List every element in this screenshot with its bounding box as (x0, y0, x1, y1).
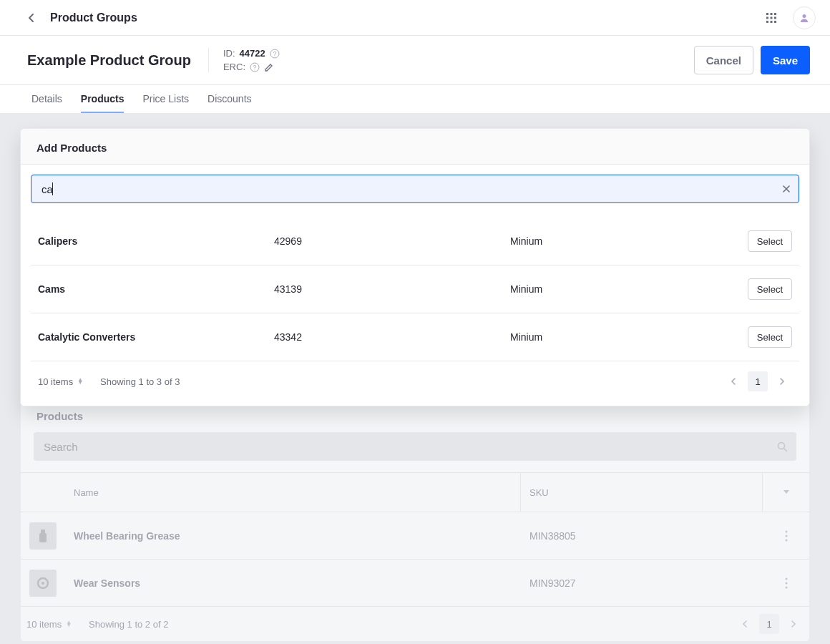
select-button[interactable]: Select (748, 230, 792, 252)
svg-rect-0 (766, 13, 768, 15)
svg-text:?: ? (273, 50, 276, 57)
select-button[interactable]: Select (748, 326, 792, 348)
svg-rect-4 (771, 16, 773, 19)
erc-label: ERC: (223, 62, 245, 72)
products-search[interactable] (34, 432, 796, 461)
product-sku: MIN93027 (520, 577, 762, 589)
column-sort-icon[interactable] (762, 473, 809, 512)
result-id: 43139 (274, 283, 510, 295)
product-sku: MIN38805 (520, 530, 762, 542)
result-name: Cams (38, 283, 274, 295)
result-catalog: Minium (510, 283, 735, 295)
search-result-row: Cams 43139 Minium Select (31, 265, 799, 313)
svg-rect-5 (774, 16, 776, 19)
products-search-input[interactable] (44, 441, 768, 453)
svg-rect-3 (766, 16, 768, 19)
search-result-row: Catalytic Converters 43342 Minium Select (31, 313, 799, 361)
user-avatar-icon[interactable] (793, 6, 816, 29)
sort-icon: ▲▼ (77, 379, 83, 384)
edit-icon[interactable] (264, 62, 274, 72)
svg-point-14 (778, 442, 785, 449)
result-id: 43342 (274, 331, 510, 343)
items-per-page[interactable]: 10 items ▲▼ (38, 376, 83, 387)
svg-rect-2 (774, 13, 776, 15)
clear-icon[interactable] (781, 184, 791, 194)
page-title: Example Product Group (27, 52, 191, 69)
row-actions-icon[interactable] (762, 530, 809, 542)
products-panel: Products Name SKU Wheel Bearing Grease M… (20, 396, 810, 642)
product-thumb-icon (29, 522, 57, 550)
svg-point-19 (785, 539, 787, 541)
save-button[interactable]: Save (761, 46, 810, 74)
svg-rect-15 (41, 530, 45, 533)
svg-point-24 (785, 586, 787, 588)
tab-discounts[interactable]: Discounts (208, 93, 251, 113)
svg-point-20 (38, 578, 48, 588)
id-value: 44722 (240, 48, 265, 59)
svg-point-17 (785, 530, 787, 532)
result-name: Catalytic Converters (38, 331, 274, 343)
svg-text:?: ? (253, 64, 256, 71)
items-per-page[interactable]: 10 items ▲▼ (26, 619, 72, 630)
svg-point-21 (42, 582, 44, 585)
info-icon[interactable]: ? (270, 49, 280, 59)
svg-point-9 (803, 14, 806, 18)
sort-icon: ▲▼ (66, 621, 72, 627)
showing-label: Showing 1 to 2 of 2 (89, 619, 168, 630)
svg-rect-6 (766, 21, 768, 23)
add-products-title: Add Products (21, 129, 809, 165)
column-sku[interactable]: SKU (520, 473, 762, 512)
pager-prev-icon[interactable] (723, 371, 743, 391)
result-id: 42969 (274, 235, 510, 247)
svg-rect-16 (39, 533, 47, 542)
back-chevron-icon[interactable] (27, 14, 36, 22)
product-name: Wear Sensors (65, 577, 520, 589)
row-actions-icon[interactable] (762, 577, 809, 589)
select-button[interactable]: Select (748, 278, 792, 300)
tabs-row: Details Products Price Lists Discounts (0, 85, 830, 114)
tab-details[interactable]: Details (31, 93, 62, 113)
svg-rect-7 (771, 21, 773, 23)
result-name: Calipers (38, 235, 274, 247)
pager-next-icon[interactable] (772, 371, 792, 391)
svg-rect-1 (771, 13, 773, 15)
column-name[interactable]: Name (65, 487, 520, 498)
table-row: Wheel Bearing Grease MIN38805 (21, 512, 809, 560)
table-row: Wear Sensors MIN93027 (21, 560, 809, 607)
svg-rect-8 (774, 21, 776, 23)
add-products-search[interactable]: ca (31, 175, 799, 203)
svg-point-22 (785, 577, 787, 580)
pager-current[interactable]: 1 (759, 614, 779, 634)
product-thumb-icon (29, 570, 57, 597)
cancel-button[interactable]: Cancel (694, 46, 753, 74)
pager-next-icon[interactable] (783, 614, 804, 634)
add-products-panel: Add Products ca Calipers 42969 Minium Se… (20, 128, 810, 406)
result-catalog: Minium (510, 235, 735, 247)
svg-point-23 (785, 582, 787, 584)
breadcrumb[interactable]: Product Groups (50, 11, 137, 24)
apps-grid-icon[interactable] (760, 6, 783, 29)
pager-current[interactable]: 1 (748, 371, 768, 391)
tab-price-lists[interactable]: Price Lists (142, 93, 189, 113)
svg-point-18 (785, 535, 787, 537)
id-label: ID: (223, 48, 235, 59)
result-catalog: Minium (510, 331, 735, 343)
product-name: Wheel Bearing Grease (65, 530, 520, 542)
pager-prev-icon[interactable] (735, 614, 755, 634)
search-result-row: Calipers 42969 Minium Select (31, 218, 799, 265)
showing-label: Showing 1 to 3 of 3 (100, 376, 180, 387)
search-icon (777, 441, 788, 452)
info-icon[interactable]: ? (250, 62, 260, 72)
tab-products[interactable]: Products (81, 93, 125, 113)
